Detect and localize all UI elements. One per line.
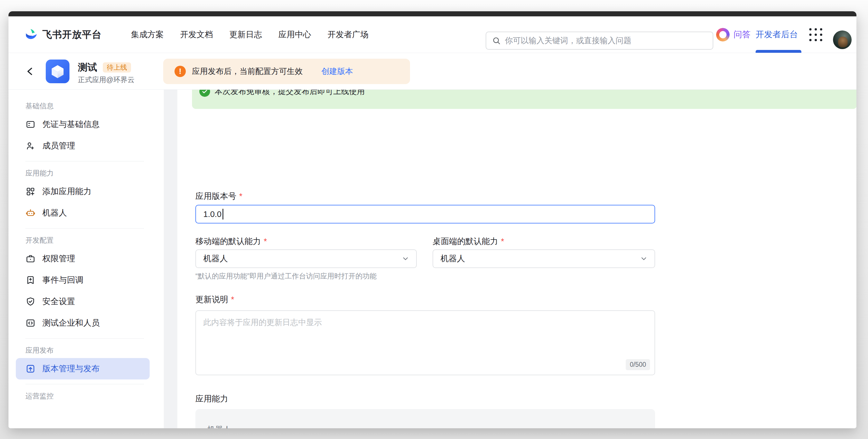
select-value: 机器人 bbox=[440, 253, 465, 264]
developer-console-tab[interactable]: 开发者后台 bbox=[755, 16, 798, 53]
capability-card: 机器人 已启用 bbox=[195, 409, 655, 428]
code-icon bbox=[25, 318, 36, 328]
app-subtitle: 正式应用@环界云 bbox=[78, 75, 134, 85]
sidebar-item-label: 添加应用能力 bbox=[42, 186, 92, 197]
sidebar-section-dev-config: 开发配置 bbox=[25, 235, 150, 245]
nav-item-app-center[interactable]: 应用中心 bbox=[278, 29, 311, 40]
sidebar-item-security[interactable]: 安全设置 bbox=[16, 291, 150, 312]
sidebar-section-basic: 基础信息 bbox=[25, 101, 150, 111]
event-callback-icon bbox=[25, 275, 36, 285]
publish-icon bbox=[25, 364, 36, 374]
create-version-link[interactable]: 创建版本 bbox=[321, 66, 353, 77]
qa-link[interactable]: 问答 bbox=[716, 16, 750, 53]
required-mark: * bbox=[264, 237, 267, 246]
nav-item-changelog[interactable]: 更新日志 bbox=[229, 29, 262, 40]
version-value: 1.0.0 bbox=[203, 210, 222, 219]
notice-text: 应用发布后，当前配置方可生效 bbox=[192, 66, 303, 77]
sidebar-divider bbox=[25, 228, 144, 229]
required-mark: * bbox=[231, 295, 234, 304]
top-nav: 飞书开放平台 集成方案 开发文档 更新日志 应用中心 开发者广场 你可以输入关键… bbox=[8, 16, 857, 53]
sidebar-item-add-capability[interactable]: 添加应用能力 bbox=[16, 181, 150, 202]
qa-ring-icon bbox=[716, 28, 730, 41]
check-icon bbox=[199, 90, 210, 97]
desktop-capability-select[interactable]: 机器人 bbox=[433, 249, 655, 268]
chevron-down-icon bbox=[402, 255, 409, 263]
sidebar-item-label: 测试企业和人员 bbox=[42, 317, 100, 329]
member-add-icon bbox=[25, 141, 36, 151]
body-area: 基础信息 凭证与基础信息 成员管理 应用能力 bbox=[8, 90, 857, 428]
sidebar-item-label: 安全设置 bbox=[42, 296, 75, 307]
briefcase-icon bbox=[25, 254, 36, 264]
capability-name: 机器人 bbox=[207, 424, 231, 428]
nav-item-dev-plaza[interactable]: 开发者广场 bbox=[328, 29, 369, 40]
sidebar-item-permissions[interactable]: 权限管理 bbox=[16, 248, 150, 269]
mobile-capability-label: 移动端的默认能力* bbox=[195, 236, 267, 247]
nav-item-integrations[interactable]: 集成方案 bbox=[131, 29, 164, 40]
robot-icon bbox=[25, 208, 36, 218]
user-avatar[interactable] bbox=[833, 31, 851, 49]
active-tab-underline bbox=[755, 50, 801, 53]
mobile-capability-select[interactable]: 机器人 bbox=[195, 249, 417, 268]
feishu-logo-icon bbox=[25, 28, 38, 41]
app-icon bbox=[46, 60, 69, 83]
text-caret bbox=[222, 209, 223, 220]
publish-notice: ! 应用发布后，当前配置方可生效 创建版本 bbox=[163, 59, 410, 84]
sidebar-item-label: 凭证与基础信息 bbox=[42, 119, 100, 130]
version-label: 应用版本号* bbox=[195, 191, 242, 202]
sidebar-section-capabilities: 应用能力 bbox=[25, 168, 150, 178]
browser-window: 飞书开放平台 集成方案 开发文档 更新日志 应用中心 开发者广场 你可以输入关键… bbox=[8, 11, 857, 428]
desktop-capability-label: 桌面端的默认能力* bbox=[433, 236, 504, 247]
brand[interactable]: 飞书开放平台 bbox=[25, 16, 102, 53]
qa-label: 问答 bbox=[734, 29, 750, 40]
sidebar-item-credentials[interactable]: 凭证与基础信息 bbox=[16, 114, 150, 135]
id-card-icon bbox=[25, 119, 36, 130]
sidebar-item-test-org[interactable]: 测试企业和人员 bbox=[16, 312, 150, 334]
capability-heading: 应用能力 bbox=[195, 393, 228, 405]
shield-check-icon bbox=[25, 297, 36, 307]
sidebar-item-label: 事件与回调 bbox=[42, 274, 83, 286]
sidebar-section-release: 应用发布 bbox=[25, 345, 150, 355]
sidebar: 基础信息 凭证与基础信息 成员管理 应用能力 bbox=[8, 90, 164, 428]
desktop-background: 飞书开放平台 集成方案 开发文档 更新日志 应用中心 开发者广场 你可以输入关键… bbox=[0, 0, 868, 439]
sidebar-item-label: 版本管理与发布 bbox=[42, 363, 100, 374]
apps-grid-icon[interactable] bbox=[809, 28, 822, 41]
sidebar-item-label: 权限管理 bbox=[42, 253, 75, 264]
app-title-row: 测试 待上线 bbox=[78, 61, 131, 74]
default-capability-hint: “默认的应用功能”即用户通过工作台访问应用时打开的功能 bbox=[195, 271, 377, 281]
sidebar-gutter bbox=[164, 90, 177, 428]
grid-plus-icon bbox=[25, 187, 36, 197]
required-mark: * bbox=[239, 192, 242, 201]
required-mark: * bbox=[501, 237, 504, 246]
sidebar-item-members[interactable]: 成员管理 bbox=[16, 135, 150, 157]
success-banner-text: 本次发布免审核，提交发布后即可上线使用 bbox=[215, 90, 365, 97]
nav-item-docs[interactable]: 开发文档 bbox=[180, 29, 213, 40]
warning-icon: ! bbox=[175, 66, 186, 77]
sidebar-divider bbox=[25, 338, 144, 339]
char-counter: 0/500 bbox=[626, 359, 650, 370]
success-banner-row: 本次发布免审核，提交发布后即可上线使用 bbox=[199, 90, 365, 99]
status-badge: 待上线 bbox=[103, 62, 131, 72]
window-titlebar bbox=[8, 11, 857, 16]
nav-menu: 集成方案 开发文档 更新日志 应用中心 开发者广场 bbox=[131, 16, 369, 53]
select-value: 机器人 bbox=[203, 253, 228, 264]
sidebar-section-monitoring: 运营监控 bbox=[25, 391, 150, 401]
notes-textarea[interactable]: 此内容将于应用的更新日志中显示 0/500 bbox=[195, 310, 655, 375]
search-icon bbox=[492, 36, 501, 45]
search-input[interactable]: 你可以输入关键词，或直接输入问题 bbox=[486, 32, 713, 49]
version-input[interactable]: 1.0.0 bbox=[195, 205, 655, 224]
back-icon[interactable] bbox=[25, 66, 36, 77]
chevron-down-icon bbox=[640, 255, 648, 263]
sidebar-item-bot[interactable]: 机器人 bbox=[16, 202, 150, 224]
brand-name: 飞书开放平台 bbox=[42, 28, 102, 41]
notes-placeholder: 此内容将于应用的更新日志中显示 bbox=[203, 318, 322, 327]
sidebar-item-label: 机器人 bbox=[42, 207, 67, 218]
app-name: 测试 bbox=[78, 61, 97, 74]
search-placeholder: 你可以输入关键词，或直接输入问题 bbox=[505, 35, 631, 46]
sidebar-item-events[interactable]: 事件与回调 bbox=[16, 269, 150, 291]
app-header: 测试 待上线 正式应用@环界云 ! 应用发布后，当前配置方可生效 创建版本 bbox=[8, 53, 857, 90]
sidebar-item-version-release[interactable]: 版本管理与发布 bbox=[16, 358, 150, 379]
success-banner: 本次发布免审核，提交发布后即可上线使用 bbox=[192, 90, 857, 109]
sidebar-item-label: 成员管理 bbox=[42, 140, 75, 151]
main-content: 本次发布免审核，提交发布后即可上线使用 应用版本号* 1.0.0 移动端的默认能… bbox=[177, 90, 857, 428]
notes-label: 更新说明* bbox=[195, 294, 234, 305]
